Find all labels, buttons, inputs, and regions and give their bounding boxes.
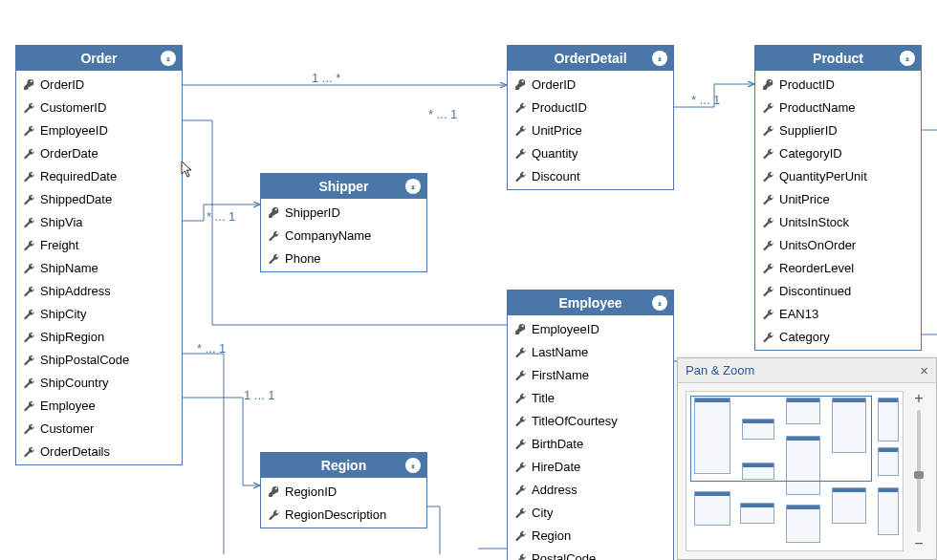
- wrench-icon: [22, 445, 35, 458]
- field-row[interactable]: EmployeeID: [508, 317, 673, 340]
- wrench-icon: [761, 285, 774, 297]
- entity-header[interactable]: OrderDetail: [508, 46, 673, 71]
- field-row[interactable]: Freight: [16, 233, 182, 256]
- field-label: Customer: [40, 421, 94, 436]
- entity-shipper[interactable]: ShipperShipperIDCompanyNamePhone: [260, 173, 427, 272]
- field-row[interactable]: Employee: [16, 394, 182, 417]
- entity-product[interactable]: ProductProductIDProductNameSupplierIDCat…: [754, 45, 922, 351]
- field-label: ShippedDate: [40, 192, 112, 206]
- collapse-icon[interactable]: [405, 458, 421, 473]
- minimap[interactable]: [686, 391, 904, 551]
- field-row[interactable]: SupplierID: [755, 118, 921, 141]
- collapse-icon[interactable]: [405, 179, 421, 194]
- field-row[interactable]: HireDate: [508, 455, 673, 478]
- field-row[interactable]: ReorderLevel: [755, 256, 921, 279]
- field-label: Employee: [40, 398, 96, 413]
- field-row[interactable]: Phone: [261, 247, 426, 269]
- field-row[interactable]: UnitPrice: [508, 118, 673, 141]
- pan-zoom-header[interactable]: Pan & Zoom ×: [678, 358, 936, 383]
- field-row[interactable]: City: [508, 501, 673, 524]
- field-row[interactable]: QuantityPerUnit: [755, 164, 921, 187]
- collapse-icon[interactable]: [900, 51, 915, 66]
- field-row[interactable]: RegionID: [261, 480, 426, 503]
- wrench-icon: [22, 285, 35, 297]
- field-row[interactable]: Category: [755, 325, 921, 348]
- field-row[interactable]: ShipRegion: [16, 325, 182, 348]
- zoom-in-button[interactable]: +: [914, 391, 923, 406]
- wrench-icon: [761, 170, 774, 183]
- pan-zoom-panel[interactable]: Pan & Zoom × + −: [677, 357, 937, 560]
- field-label: ProductName: [779, 100, 855, 115]
- field-row[interactable]: LastName: [508, 340, 673, 363]
- field-row[interactable]: UnitsOnOrder: [755, 233, 921, 256]
- entity-header[interactable]: Region: [261, 453, 426, 478]
- entity-order[interactable]: OrderOrderIDCustomerIDEmployeeIDOrderDat…: [15, 45, 183, 465]
- field-row[interactable]: ProductName: [755, 96, 921, 118]
- wrench-icon: [761, 239, 774, 251]
- field-row[interactable]: CompanyName: [261, 224, 426, 247]
- field-row[interactable]: ShipName: [16, 256, 182, 279]
- field-label: UnitPrice: [779, 192, 830, 206]
- entity-body: RegionIDRegionDescription: [261, 478, 426, 528]
- wrench-icon: [22, 354, 35, 366]
- field-row[interactable]: BirthDate: [508, 432, 673, 455]
- entity-header[interactable]: Product: [755, 46, 921, 71]
- field-row[interactable]: Customer: [16, 417, 182, 440]
- minimap-viewport[interactable]: [690, 396, 872, 482]
- field-row[interactable]: CustomerID: [16, 96, 182, 118]
- field-row[interactable]: Discount: [508, 164, 673, 187]
- field-row[interactable]: RequiredDate: [16, 164, 182, 187]
- field-label: Quantity: [532, 146, 577, 161]
- entity-header[interactable]: Order: [16, 46, 182, 71]
- collapse-icon[interactable]: [161, 51, 176, 66]
- field-row[interactable]: UnitPrice: [755, 187, 921, 210]
- key-icon: [22, 78, 35, 91]
- collapse-icon[interactable]: [652, 295, 667, 311]
- field-row[interactable]: OrderID: [16, 73, 182, 96]
- entity-body: ProductIDProductNameSupplierIDCategoryID…: [755, 71, 921, 350]
- field-row[interactable]: EmployeeID: [16, 118, 182, 141]
- field-row[interactable]: ShipperID: [261, 201, 426, 224]
- entity-region[interactable]: RegionRegionIDRegionDescription: [260, 452, 427, 528]
- field-row[interactable]: FirstName: [508, 363, 673, 386]
- field-row[interactable]: Discontinued: [755, 279, 921, 302]
- field-label: SupplierID: [779, 123, 838, 138]
- field-row[interactable]: RegionDescription: [261, 503, 426, 526]
- field-row[interactable]: ShipPostalCode: [16, 348, 182, 371]
- wrench-icon: [22, 147, 35, 160]
- field-row[interactable]: OrderID: [508, 73, 673, 96]
- field-row[interactable]: ProductID: [755, 73, 921, 96]
- field-label: RequiredDate: [40, 169, 117, 183]
- field-row[interactable]: PostalCode: [508, 547, 673, 560]
- field-row[interactable]: ShippedDate: [16, 187, 182, 210]
- field-row[interactable]: Quantity: [508, 141, 673, 164]
- field-row[interactable]: ProductID: [508, 96, 673, 118]
- field-row[interactable]: ShipVia: [16, 210, 182, 233]
- zoom-slider[interactable]: [917, 410, 921, 532]
- field-label: EAN13: [779, 307, 818, 321]
- entity-employee[interactable]: EmployeeEmployeeIDLastNameFirstNameTitle…: [507, 290, 674, 560]
- entity-orderDetail[interactable]: OrderDetailOrderIDProductIDUnitPriceQuan…: [507, 45, 674, 190]
- zoom-out-button[interactable]: −: [914, 536, 923, 551]
- field-row[interactable]: ShipCountry: [16, 371, 182, 394]
- field-row[interactable]: Title: [508, 386, 673, 409]
- field-row[interactable]: OrderDetails: [16, 440, 182, 463]
- entity-header[interactable]: Shipper: [261, 174, 426, 199]
- field-row[interactable]: OrderDate: [16, 141, 182, 164]
- wrench-icon: [513, 346, 527, 358]
- field-row[interactable]: UnitsInStock: [755, 210, 921, 233]
- field-label: ShipPostalCode: [40, 353, 129, 367]
- field-row[interactable]: Region: [508, 524, 673, 547]
- field-row[interactable]: Address: [508, 478, 673, 501]
- field-label: ReorderLevel: [779, 261, 854, 275]
- close-icon[interactable]: ×: [920, 363, 928, 377]
- collapse-icon[interactable]: [652, 51, 667, 66]
- entity-title: Shipper: [318, 179, 368, 194]
- field-label: HireDate: [532, 460, 580, 474]
- field-row[interactable]: ShipAddress: [16, 279, 182, 302]
- field-row[interactable]: EAN13: [755, 302, 921, 325]
- field-row[interactable]: CategoryID: [755, 141, 921, 164]
- field-row[interactable]: ShipCity: [16, 302, 182, 325]
- entity-header[interactable]: Employee: [508, 291, 673, 315]
- field-row[interactable]: TitleOfCourtesy: [508, 409, 673, 432]
